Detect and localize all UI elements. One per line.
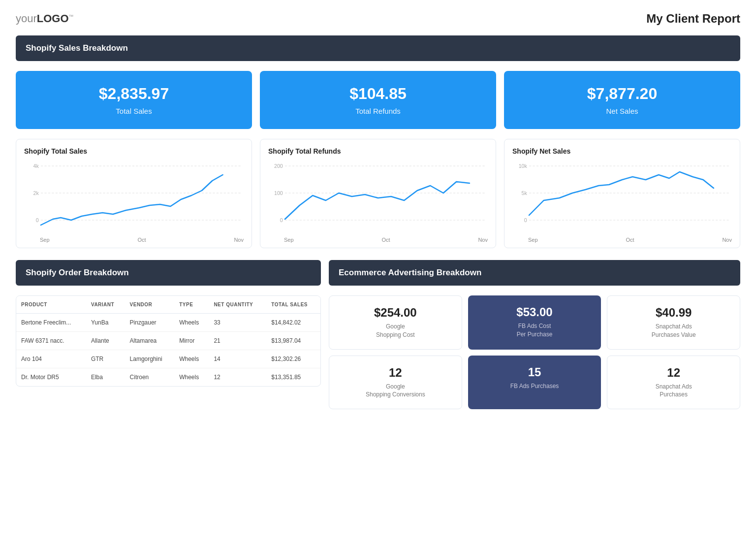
chart-x-label: Nov bbox=[478, 237, 488, 243]
ecomm-label: Snapchat AdsPurchases bbox=[615, 383, 732, 399]
chart-card-1: Shopify Total Refunds2001000SepOctNov bbox=[260, 139, 496, 248]
table-cell-2-1: GTR bbox=[86, 350, 125, 368]
table-cell-1-4: 21 bbox=[209, 332, 266, 350]
ecomm-label: Snapchat AdsPurchases Value bbox=[615, 323, 732, 339]
chart-title-2: Shopify Net Sales bbox=[512, 147, 732, 155]
logo-text: your bbox=[16, 12, 37, 25]
table-cell-1-1: Allante bbox=[86, 332, 125, 350]
ecomm-section-header: Ecommerce Advertising Breakdown bbox=[329, 260, 740, 286]
table-cell-1-5: $13,987.04 bbox=[266, 332, 320, 350]
chart-x-label: Sep bbox=[40, 237, 50, 243]
table-cell-0-3: Wheels bbox=[174, 314, 209, 332]
table-row: Dr. Motor DR5ElbaCitroenWheels12$13,351.… bbox=[16, 368, 320, 387]
metric-card-1: $104.85 Total Refunds bbox=[260, 71, 496, 129]
table-cell-3-5: $13,351.85 bbox=[266, 368, 320, 387]
table-cell-3-2: Citroen bbox=[125, 368, 175, 387]
chart-area-0: 4k2k0 bbox=[24, 161, 244, 235]
order-breakdown-section: Shopify Order Breakdown ProductVariantVe… bbox=[16, 260, 321, 409]
table-col-header: Net Quantity bbox=[209, 296, 266, 314]
ecomm-card-4: 15FB Ads Purchases bbox=[468, 356, 601, 410]
metric-cards-row: $2,835.97 Total Sales $104.85 Total Refu… bbox=[16, 71, 740, 129]
page-header: yourLOGO™ My Client Report bbox=[16, 12, 740, 26]
ecomm-breakdown-section: Ecommerce Advertising Breakdown $254.00G… bbox=[329, 260, 740, 409]
shopify-section-header: Shopify Sales Breakdown bbox=[16, 35, 740, 61]
chart-x-label: Oct bbox=[381, 237, 390, 243]
chart-x-label: Oct bbox=[137, 237, 146, 243]
logo: yourLOGO™ bbox=[16, 12, 74, 25]
ecomm-card-3: 12GoogleShopping Conversions bbox=[329, 356, 462, 410]
table-header-row: ProductVariantVendorTypeNet QuantityTota… bbox=[16, 296, 320, 314]
table-cell-1-0: FAW 6371 nacc. bbox=[16, 332, 86, 350]
ecomm-label: GoogleShopping Cost bbox=[337, 323, 454, 339]
order-table-card: ProductVariantVendorTypeNet QuantityTota… bbox=[16, 295, 321, 387]
ecomm-value: 15 bbox=[476, 365, 594, 379]
svg-text:0: 0 bbox=[280, 218, 283, 223]
table-body: Bertone Freeclim...YunBaPinzgauerWheels3… bbox=[16, 314, 320, 387]
table-row: FAW 6371 nacc.AllanteAltamareaMirror21$1… bbox=[16, 332, 320, 350]
table-cell-2-5: $12,302.26 bbox=[266, 350, 320, 368]
charts-row: Shopify Total Sales4k2k0SepOctNovShopify… bbox=[16, 139, 740, 248]
table-cell-3-1: Elba bbox=[86, 368, 125, 387]
ecomm-value: $254.00 bbox=[337, 306, 454, 320]
table-row: Aro 104GTRLamgorghiniWheels14$12,302.26 bbox=[16, 350, 320, 368]
table-cell-0-1: YunBa bbox=[86, 314, 125, 332]
metric-value: $7,877.20 bbox=[514, 85, 730, 103]
metric-label: Total Refunds bbox=[270, 107, 486, 115]
table-cell-2-2: Lamgorghini bbox=[125, 350, 175, 368]
table-col-header: Variant bbox=[86, 296, 125, 314]
logo-tm: ™ bbox=[69, 14, 74, 19]
chart-x-labels-0: SepOctNov bbox=[24, 235, 244, 243]
table-col-header: Vendor bbox=[125, 296, 175, 314]
ecomm-label: FB Ads CostPer Purchase bbox=[476, 322, 594, 339]
chart-area-2: 10k5k0 bbox=[512, 161, 732, 235]
ecomm-card-0: $254.00GoogleShopping Cost bbox=[329, 295, 462, 350]
svg-text:200: 200 bbox=[274, 163, 283, 169]
ecomm-value: $40.99 bbox=[615, 306, 732, 320]
chart-area-1: 2001000 bbox=[268, 161, 488, 235]
table-cell-0-0: Bertone Freeclim... bbox=[16, 314, 86, 332]
table-cell-2-4: 14 bbox=[209, 350, 266, 368]
chart-title-0: Shopify Total Sales bbox=[24, 147, 244, 155]
ecomm-cards-grid: $254.00GoogleShopping Cost$53.00FB Ads C… bbox=[329, 295, 740, 409]
ecomm-label: GoogleShopping Conversions bbox=[337, 383, 454, 399]
report-title: My Client Report bbox=[646, 12, 740, 26]
chart-title-1: Shopify Total Refunds bbox=[268, 147, 488, 155]
chart-x-label: Sep bbox=[528, 237, 538, 243]
order-table: ProductVariantVendorTypeNet QuantityTota… bbox=[16, 296, 320, 386]
svg-text:4k: 4k bbox=[33, 163, 39, 169]
table-cell-3-3: Wheels bbox=[174, 368, 209, 387]
chart-x-labels-2: SepOctNov bbox=[512, 235, 732, 243]
ecomm-value: 12 bbox=[337, 366, 454, 380]
metric-value: $2,835.97 bbox=[26, 85, 242, 103]
svg-text:0: 0 bbox=[524, 218, 527, 223]
ecomm-card-5: 12Snapchat AdsPurchases bbox=[607, 356, 740, 410]
chart-x-labels-1: SepOctNov bbox=[268, 235, 488, 243]
metric-card-0: $2,835.97 Total Sales bbox=[16, 71, 252, 129]
ecomm-value: 12 bbox=[615, 366, 732, 380]
chart-x-label: Sep bbox=[284, 237, 294, 243]
table-cell-0-2: Pinzgauer bbox=[125, 314, 175, 332]
table-cell-1-2: Altamarea bbox=[125, 332, 175, 350]
svg-text:100: 100 bbox=[274, 191, 283, 196]
table-col-header: Type bbox=[174, 296, 209, 314]
chart-card-2: Shopify Net Sales10k5k0SepOctNov bbox=[504, 139, 740, 248]
bottom-row: Shopify Order Breakdown ProductVariantVe… bbox=[16, 260, 740, 409]
svg-text:5k: 5k bbox=[522, 191, 528, 196]
metric-label: Net Sales bbox=[514, 107, 730, 115]
svg-text:0: 0 bbox=[36, 218, 39, 223]
table-cell-3-0: Dr. Motor DR5 bbox=[16, 368, 86, 387]
metric-value: $104.85 bbox=[270, 85, 486, 103]
chart-x-label: Nov bbox=[234, 237, 244, 243]
svg-text:10k: 10k bbox=[519, 163, 528, 169]
table-header: ProductVariantVendorTypeNet QuantityTota… bbox=[16, 296, 320, 314]
order-section-header: Shopify Order Breakdown bbox=[16, 260, 321, 286]
ecomm-label: FB Ads Purchases bbox=[476, 382, 594, 390]
chart-card-0: Shopify Total Sales4k2k0SepOctNov bbox=[16, 139, 252, 248]
metric-card-2: $7,877.20 Net Sales bbox=[504, 71, 740, 129]
table-col-header: Product bbox=[16, 296, 86, 314]
table-cell-1-3: Mirror bbox=[174, 332, 209, 350]
metric-label: Total Sales bbox=[26, 107, 242, 115]
chart-x-label: Oct bbox=[626, 237, 634, 243]
ecomm-value: $53.00 bbox=[476, 305, 594, 319]
table-row: Bertone Freeclim...YunBaPinzgauerWheels3… bbox=[16, 314, 320, 332]
